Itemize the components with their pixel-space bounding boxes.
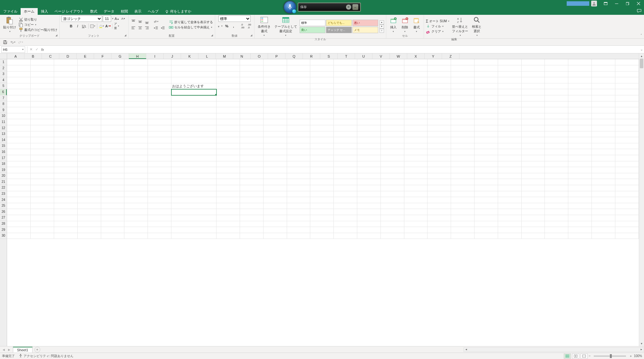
row-header-27[interactable]: 27 (0, 215, 7, 221)
cell-E30[interactable] (101, 233, 124, 239)
grow-font-button[interactable]: A▲ (114, 16, 120, 22)
cell-M22[interactable] (310, 185, 334, 191)
cell-W17[interactable] (545, 155, 568, 161)
cell-J29[interactable] (240, 227, 264, 233)
cell-H5[interactable]: おはようございます (171, 83, 216, 89)
col-header-A[interactable]: A (7, 53, 24, 59)
cell-P10[interactable] (380, 113, 404, 119)
cell-I20[interactable] (216, 173, 240, 179)
cell-R5[interactable] (428, 83, 451, 89)
col-header-T[interactable]: T (338, 53, 355, 59)
cell-T22[interactable] (475, 185, 498, 191)
cell-Q10[interactable] (404, 113, 428, 119)
cell-Y9[interactable] (592, 107, 615, 113)
cell-I3[interactable] (216, 71, 240, 77)
cell-J8[interactable] (240, 101, 264, 107)
cell-X4[interactable] (568, 77, 592, 83)
cell-D2[interactable] (77, 65, 101, 71)
cell-S18[interactable] (451, 161, 475, 167)
cell-Q15[interactable] (404, 143, 428, 149)
cell-G4[interactable] (148, 77, 171, 83)
cell-Z26[interactable] (615, 209, 639, 215)
cell-B1[interactable] (31, 59, 54, 65)
cell-T11[interactable] (475, 119, 498, 125)
cell-Z15[interactable] (615, 143, 639, 149)
cell-E11[interactable] (101, 119, 124, 125)
cell-I25[interactable] (216, 203, 240, 209)
cell-W25[interactable] (545, 203, 568, 209)
cell-X1[interactable] (568, 59, 592, 65)
cell-B9[interactable] (31, 107, 54, 113)
gallery-down-icon[interactable]: ▾ (380, 24, 384, 29)
cell-V11[interactable] (521, 119, 545, 125)
cell-J27[interactable] (240, 215, 264, 221)
cell-J4[interactable] (240, 77, 264, 83)
fill-color-button[interactable]: ▾ (99, 23, 104, 29)
dialog-launcher-icon[interactable]: ◢ (124, 34, 127, 37)
orientation-button[interactable]: ab▾ (153, 19, 159, 24)
cell-V8[interactable] (521, 101, 545, 107)
cell-X28[interactable] (568, 221, 592, 227)
row-header-22[interactable]: 22 (0, 185, 7, 191)
cell-R28[interactable] (428, 221, 451, 227)
cell-S14[interactable] (451, 137, 475, 143)
cell-B25[interactable] (31, 203, 54, 209)
cell-M3[interactable] (310, 71, 334, 77)
expand-formula-bar-icon[interactable]: ⌄ (639, 47, 644, 52)
cell-D23[interactable] (77, 191, 101, 197)
cell-L6[interactable] (287, 89, 310, 95)
cell-J2[interactable] (240, 65, 264, 71)
style-gallery-nav[interactable]: ▴▾▿ (380, 20, 384, 33)
cell-D27[interactable] (77, 215, 101, 221)
cell-C1[interactable] (54, 59, 78, 65)
col-header-W[interactable]: W (390, 53, 407, 59)
minimize-button[interactable] (611, 0, 622, 7)
cell-T10[interactable] (475, 113, 498, 119)
cell-D7[interactable] (77, 95, 101, 101)
cell-W10[interactable] (545, 113, 568, 119)
cell-S19[interactable] (451, 167, 475, 173)
cell-Y8[interactable] (592, 101, 615, 107)
col-header-I[interactable]: I (146, 53, 164, 59)
cell-K8[interactable] (263, 101, 287, 107)
cell-X18[interactable] (568, 161, 592, 167)
gallery-up-icon[interactable]: ▴ (380, 20, 384, 24)
cell-Q30[interactable] (404, 233, 428, 239)
cell-N13[interactable] (334, 131, 357, 137)
cell-V19[interactable] (521, 167, 545, 173)
cell-L21[interactable] (287, 179, 310, 185)
cell-X8[interactable] (568, 101, 592, 107)
cell-W14[interactable] (545, 137, 568, 143)
cell-Y30[interactable] (592, 233, 615, 239)
cell-Z24[interactable] (615, 197, 639, 203)
cell-K4[interactable] (263, 77, 287, 83)
cell-T21[interactable] (475, 179, 498, 185)
cell-H23[interactable] (171, 191, 216, 197)
cell-Y12[interactable] (592, 125, 615, 131)
cell-O23[interactable] (357, 191, 381, 197)
cell-R30[interactable] (428, 233, 451, 239)
qat-redo-button[interactable]: ▾ (18, 40, 23, 45)
cell-U26[interactable] (498, 209, 521, 215)
cell-K3[interactable] (263, 71, 287, 77)
cell-U19[interactable] (498, 167, 521, 173)
cell-F2[interactable] (124, 65, 148, 71)
cell-B5[interactable] (31, 83, 54, 89)
cell-O24[interactable] (357, 197, 381, 203)
cell-P17[interactable] (380, 155, 404, 161)
formula-input[interactable] (45, 46, 639, 53)
cell-H2[interactable] (171, 65, 216, 71)
cell-V20[interactable] (521, 173, 545, 179)
cell-L25[interactable] (287, 203, 310, 209)
cell-B13[interactable] (31, 131, 54, 137)
cell-G19[interactable] (148, 167, 171, 173)
align-top-button[interactable] (130, 19, 136, 24)
cell-I6[interactable] (216, 89, 240, 95)
cell-O16[interactable] (357, 149, 381, 155)
cell-F18[interactable] (124, 161, 148, 167)
cell-W2[interactable] (545, 65, 568, 71)
cell-R19[interactable] (428, 167, 451, 173)
cell-Q16[interactable] (404, 149, 428, 155)
cell-E18[interactable] (101, 161, 124, 167)
conditional-format-button[interactable]: 条件付き 書式▾ (256, 15, 272, 37)
